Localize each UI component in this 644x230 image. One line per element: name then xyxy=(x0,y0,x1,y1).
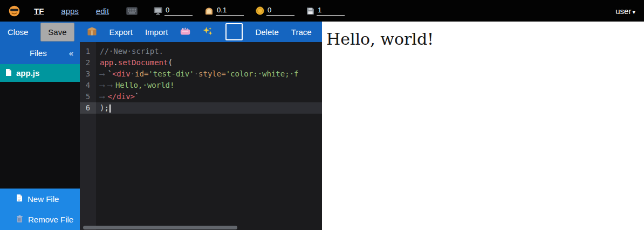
trash-icon xyxy=(16,215,23,225)
new-file-button[interactable]: New File xyxy=(0,189,80,209)
code-token: </div> xyxy=(107,92,135,101)
code-token: id= xyxy=(135,69,148,78)
stat-monitor: 0 xyxy=(154,6,193,16)
delete-button[interactable]: Delete xyxy=(255,27,278,37)
files-sidebar: Files « app.js New File xyxy=(0,42,80,230)
stat-bread: 0.1 xyxy=(204,6,244,16)
save-button[interactable]: Save xyxy=(40,23,74,41)
collapse-sidebar-button[interactable]: « xyxy=(69,48,80,58)
file-item-label: app.js xyxy=(16,68,39,78)
topbar: TF apps edit 0 0.1 0 1 user▾ xyxy=(0,0,644,22)
code-token: app xyxy=(100,58,113,67)
package-icon xyxy=(87,26,97,37)
code-token: <div xyxy=(112,69,131,78)
sidebar-filler xyxy=(0,82,80,189)
code-token: . xyxy=(113,58,118,67)
export-button[interactable]: Export xyxy=(109,27,133,37)
line-number-gutter: 123456 xyxy=(80,42,96,230)
stat-floppy: 1 xyxy=(306,6,345,16)
nav-link-apps[interactable]: apps xyxy=(61,6,79,16)
sparkles-button[interactable] xyxy=(203,26,213,38)
code-token: Hello,·world! xyxy=(115,81,175,89)
user-menu-label: user xyxy=(615,6,631,16)
blank-swatch-button[interactable] xyxy=(225,23,243,40)
code-area[interactable]: //·New·script.app.setDocument(⟶`<div·id=… xyxy=(96,42,322,230)
package-button[interactable] xyxy=(87,26,97,37)
code-token: ⟶ xyxy=(100,81,107,89)
file-item-appjs[interactable]: app.js xyxy=(0,64,80,82)
main-content: Close Save Export Import Delete Trace Fi… xyxy=(0,22,644,230)
bread-icon xyxy=(204,7,214,15)
soap-button[interactable] xyxy=(180,27,190,37)
code-line[interactable]: ⟶</div>` xyxy=(96,91,322,102)
stat-monitor-value[interactable]: 0 xyxy=(165,6,193,16)
code-line[interactable]: ⟶`<div·id='test-div'·style='color:·white… xyxy=(96,68,322,80)
code-line[interactable]: app.setDocument( xyxy=(96,57,322,68)
preview-pane: Hello, world! xyxy=(322,22,644,230)
stat-bread-value[interactable]: 0.1 xyxy=(216,6,244,16)
files-header: Files « xyxy=(0,42,80,64)
code-token: setDocument xyxy=(118,58,168,67)
line-number: 5 xyxy=(80,91,96,102)
floppy-icon xyxy=(306,7,314,15)
horizontal-scrollbar[interactable] xyxy=(81,225,321,230)
code-line[interactable]: //·New·script. xyxy=(96,46,322,57)
preview-heading: Hello, world! xyxy=(326,30,644,48)
editor-toolbar: Close Save Export Import Delete Trace xyxy=(0,22,322,42)
code-line[interactable]: ⟶⟶Hello,·world! xyxy=(96,80,322,91)
remove-file-label: Remove File xyxy=(28,215,73,224)
sparkles-icon xyxy=(203,26,213,38)
brand-link[interactable]: TF xyxy=(34,6,44,16)
import-button[interactable]: Import xyxy=(145,27,168,37)
new-file-icon xyxy=(16,194,23,204)
remove-file-button[interactable]: Remove File xyxy=(0,209,80,230)
code-token: ( xyxy=(168,58,172,67)
trace-button[interactable]: Trace xyxy=(291,27,312,37)
code-token: · xyxy=(131,69,135,78)
line-number: 3 xyxy=(80,68,96,80)
code-token: style= xyxy=(198,69,226,78)
close-button[interactable]: Close xyxy=(8,27,28,37)
keyboard-icon[interactable] xyxy=(126,7,138,15)
stat-floppy-value[interactable]: 1 xyxy=(317,6,345,16)
code-token: 'color:·white;·f xyxy=(226,69,299,78)
code-editor[interactable]: 123456 //·New·script.app.setDocument(⟶`<… xyxy=(80,42,322,230)
code-token: ); xyxy=(100,103,109,112)
monitor-icon xyxy=(154,7,162,15)
user-menu[interactable]: user▾ xyxy=(615,6,635,16)
new-file-label: New File xyxy=(28,194,59,204)
smiley-sunglasses-icon[interactable] xyxy=(9,5,20,17)
file-icon xyxy=(5,68,12,78)
code-token: 'test-div' xyxy=(148,69,194,78)
code-token: ` xyxy=(107,69,112,78)
code-token: ⟶ xyxy=(100,69,107,78)
code-token: · xyxy=(194,69,198,78)
line-number: 6 xyxy=(80,102,96,114)
line-number: 2 xyxy=(80,57,96,68)
code-line[interactable]: ); xyxy=(96,102,322,114)
stat-coin: 0 xyxy=(256,6,294,16)
editor-panel: Close Save Export Import Delete Trace Fi… xyxy=(0,22,322,230)
soap-icon xyxy=(180,27,190,37)
code-token: ⟶ xyxy=(107,81,115,89)
text-cursor xyxy=(109,104,111,113)
code-token: //·New·script. xyxy=(100,47,163,55)
chevron-down-icon: ▾ xyxy=(632,9,635,15)
code-token: ⟶ xyxy=(100,92,107,101)
nav-link-edit[interactable]: edit xyxy=(96,6,109,16)
coin-icon xyxy=(256,6,264,15)
stat-coin-value[interactable]: 0 xyxy=(266,6,294,16)
line-number: 1 xyxy=(80,46,96,57)
horizontal-scrollbar-thumb[interactable] xyxy=(83,226,237,229)
line-number: 4 xyxy=(80,80,96,91)
files-header-label: Files xyxy=(0,48,69,58)
code-token: ` xyxy=(135,92,139,101)
